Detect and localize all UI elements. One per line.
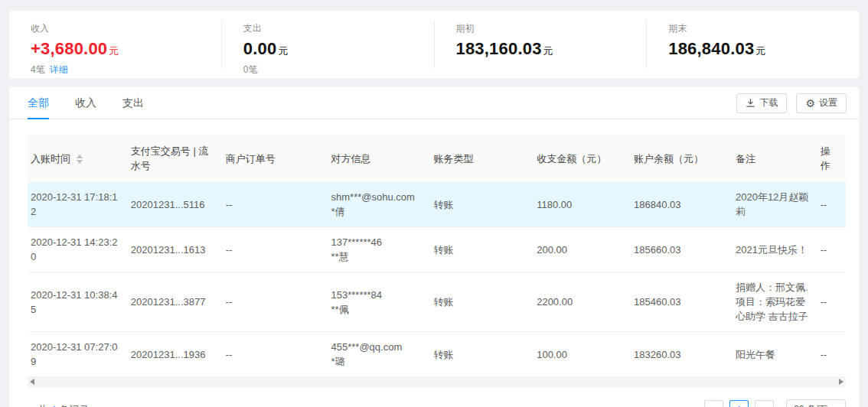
cell-counterparty: 137******46**慧 [328,227,431,272]
page-size-select[interactable]: 20 条/页 [786,399,846,407]
col-action: 操作 [817,135,846,182]
cell-trade-no: 20201231...3877 [128,272,223,332]
table-footer: 一共4条记录 < 1 > 20 条/页 [28,399,846,407]
cell-remark: 2021元旦快乐！ [733,227,817,272]
pagination: < 1 > 20 条/页 [698,399,846,407]
table-row[interactable]: 2020-12-31 10:38:45 20201231...3877 -- 1… [28,272,846,332]
record-total: 一共4条记录 [28,403,89,407]
table-row[interactable]: 2020-12-31 07:27:09 20201231...1936 -- 4… [28,332,846,377]
cell-balance: 185460.03 [631,272,733,332]
scroll-right-icon[interactable] [839,379,844,385]
cell-amount: 1180.00 [520,182,631,227]
cell-action: -- [817,332,846,377]
expense-value: 0.00元 [243,39,413,59]
income-detail-link[interactable]: 详细 [50,64,68,75]
col-balance-label: 账户余额（元） [634,153,703,164]
scroll-left-icon[interactable] [30,379,34,385]
expense-count: 0笔 [243,64,258,75]
col-remark: 备注 [733,135,817,182]
counterparty-name: **慧 [331,249,425,264]
col-remark-label: 备注 [736,153,755,164]
col-action-label: 操作 [821,145,830,171]
horizontal-scrollbar[interactable] [28,377,846,387]
closing-unit: 元 [755,45,765,57]
total-suffix: 条记录 [59,404,89,407]
counterparty-name: *璐 [331,354,425,369]
tab-expense[interactable]: 支出 [122,87,144,119]
income-value: +3,680.00元 [31,39,200,59]
cell-counterparty: shm***@sohu.com*倩 [328,182,431,227]
download-icon [746,98,755,108]
cell-trade-no: 20201231...5116 [128,182,223,227]
summary-opening: 期初 183,160.03元 [434,21,647,68]
tab-all[interactable]: 全部 [28,87,49,119]
table-header-row: 入账时间 支付宝交易号 | 流水号 商户订单号 对方信息 账务类型 收支金额（元… [28,135,846,182]
cell-time: 2020-12-31 07:27:09 [28,332,128,377]
opening-value: 183,160.03元 [456,39,625,59]
cell-time: 2020-12-31 14:23:20 [28,227,128,272]
col-balance: 账户余额（元） [631,135,733,182]
closing-value: 186,840.03元 [668,39,837,59]
prev-page-button[interactable]: < [704,400,723,407]
cell-merchant-order: -- [223,272,328,332]
col-time[interactable]: 入账时间 [28,135,128,182]
download-button[interactable]: 下载 [736,93,787,113]
closing-amount: 186,840.03 [668,39,754,58]
col-amount-label: 收支金额（元） [537,153,606,164]
cell-remark: 捐赠人：邢文佩. 项目：索玛花爱心助学 吉古拉子 [733,272,817,332]
total-count: 4 [51,404,56,407]
col-type: 账务类型 [430,135,520,182]
col-trade-no: 支付宝交易号 | 流水号 [128,135,223,182]
cell-merchant-order: -- [223,332,328,377]
cell-time: 2020-12-31 10:38:45 [28,272,128,332]
income-count: 4笔 [31,64,45,75]
summary-income: 收入 +3,680.00元 4笔详细 [9,21,221,68]
next-page-button[interactable]: > [755,400,774,407]
cell-type: 转账 [430,272,520,332]
income-label: 收入 [31,22,200,35]
cell-balance: 183260.03 [631,332,733,377]
cell-balance: 185660.03 [631,227,733,272]
page-number-1[interactable]: 1 [729,400,749,407]
expense-label: 支出 [243,22,413,35]
col-trade-no-label: 支付宝交易号 | 流水号 [131,145,209,171]
counterparty-name: **佩 [331,302,425,317]
cell-counterparty: 455***@qq.com*璐 [328,332,431,377]
col-counterparty-label: 对方信息 [331,153,371,164]
col-type-label: 账务类型 [433,153,473,164]
cell-type: 转账 [430,182,520,227]
counterparty-account: shm***@sohu.com [331,190,425,204]
cell-action: -- [817,272,846,332]
opening-label: 期初 [456,22,625,35]
cell-type: 转账 [430,332,520,377]
col-time-label: 入账时间 [31,153,70,164]
col-merchant-order: 商户订单号 [223,135,328,182]
download-label: 下载 [759,96,778,109]
closing-label: 期末 [668,22,837,35]
table-row[interactable]: 2020-12-31 17:18:12 20201231...5116 -- s… [28,182,846,227]
income-sub: 4笔详细 [31,63,200,77]
settings-button[interactable]: ⚙ 设置 [796,93,847,113]
cell-trade-no: 20201231...1613 [128,227,223,272]
transactions-table-wrap: 入账时间 支付宝交易号 | 流水号 商户订单号 对方信息 账务类型 收支金额（元… [28,135,846,377]
expense-amount: 0.00 [243,39,277,58]
cell-remark: 阳光午餐 [733,332,817,377]
gear-icon: ⚙ [805,98,815,109]
income-amount: +3,680.00 [31,39,107,58]
summary-expense: 支出 0.00元 0笔 [221,21,434,68]
cell-action: -- [817,227,846,272]
cell-action: -- [817,182,846,227]
cell-trade-no: 20201231...1936 [128,332,223,377]
col-counterparty: 对方信息 [328,135,431,182]
sort-icon[interactable] [77,155,83,164]
table-row[interactable]: 2020-12-31 14:23:20 20201231...1613 -- 1… [28,227,846,272]
counterparty-name: *倩 [331,204,425,219]
page-size-label: 20 条/页 [794,403,827,407]
cell-remark: 2020年12月赵颖莉 [733,182,817,227]
col-amount: 收支金额（元） [520,135,631,182]
counterparty-account: 137******46 [331,235,425,249]
transactions-table: 入账时间 支付宝交易号 | 流水号 商户订单号 对方信息 账务类型 收支金额（元… [28,135,846,377]
tab-income[interactable]: 收入 [75,87,96,119]
cell-type: 转账 [430,227,520,272]
cell-merchant-order: -- [223,227,328,272]
